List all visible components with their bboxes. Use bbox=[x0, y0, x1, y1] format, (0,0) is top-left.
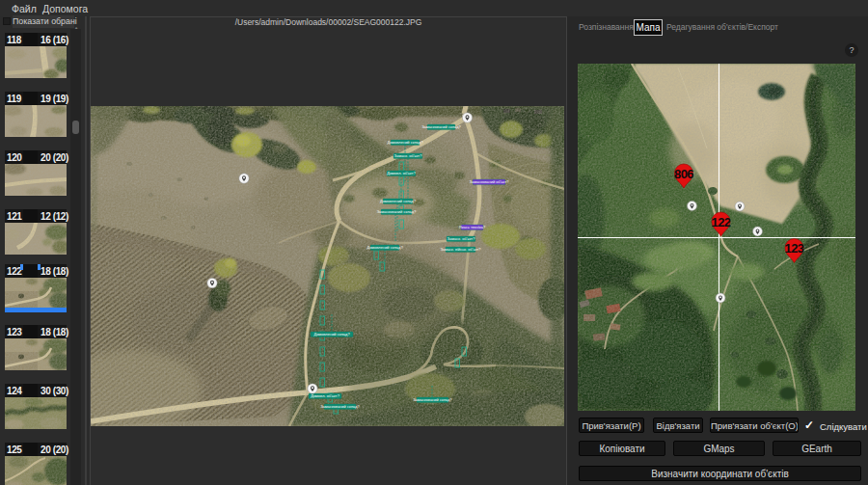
svg-text:Замаскований склад?: Замаскований склад? bbox=[320, 404, 360, 409]
svg-text:Замаск. об'єкт?: Замаск. об'єкт? bbox=[394, 153, 423, 158]
svg-text:Якась техніка?: Якась техніка? bbox=[459, 225, 486, 229]
svg-text:Домовл. об'єкт?: Домовл. об'єкт? bbox=[387, 171, 416, 175]
svg-text:Замаскований об'єкт?: Замаскований об'єкт? bbox=[470, 179, 510, 184]
svg-text:Домовлений склад?: Домовлений склад? bbox=[313, 332, 350, 337]
svg-text:Домовлений склад?: Домовлений склад? bbox=[387, 140, 423, 145]
svg-text:122: 122 bbox=[711, 215, 730, 229]
svg-text:Домовл. об'єкт?: Домовл. об'єкт? bbox=[311, 393, 339, 398]
svg-text:806: 806 bbox=[674, 167, 693, 181]
svg-text:Домовлений склад?: Домовлений склад? bbox=[380, 199, 417, 203]
svg-text:Замаскований склад?: Замаскований склад? bbox=[413, 397, 452, 402]
svg-text:Замаскований склад?: Замаскований склад? bbox=[421, 124, 461, 129]
svg-text:Замаск. військ. об'єкт?: Замаск. військ. об'єкт? bbox=[440, 247, 481, 252]
svg-text:Домовлений склад?: Домовлений склад? bbox=[366, 245, 403, 250]
svg-text:123: 123 bbox=[784, 241, 803, 256]
svg-text:Замаскований склад?: Замаскований склад? bbox=[377, 209, 417, 214]
svg-text:Замаск. об'єкт?: Замаск. об'єкт? bbox=[448, 236, 476, 241]
